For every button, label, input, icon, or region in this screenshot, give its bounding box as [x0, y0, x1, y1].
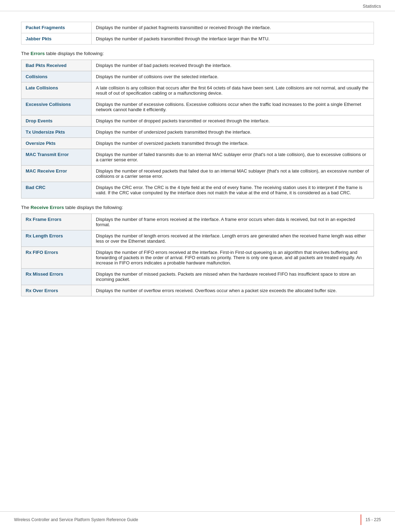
table-row: Drop EventsDisplays the number of droppe… [21, 115, 374, 127]
row-label: Bad CRC [21, 182, 92, 198]
errors-heading: The Errors table displays the following: [21, 51, 374, 56]
row-description: Displays the number of missed packets. P… [92, 269, 374, 285]
row-description: Displays the number of FIFO errors recei… [92, 247, 374, 269]
row-description: Displays the number of oversized packets… [92, 138, 374, 149]
row-description: A late collision is any collision that o… [92, 82, 374, 99]
row-label: MAC Transmit Error [21, 149, 92, 166]
header-title: Statistics [363, 4, 381, 9]
row-label: Drop Events [21, 115, 92, 127]
row-description: Displays the CRC error. The CRC is the 4… [92, 182, 374, 198]
footer-left: Wireless Controller and Service Platform… [14, 517, 138, 522]
row-description: Displays the number of frame errors rece… [92, 214, 374, 230]
top-table: Packet FragmentsDisplays the number of p… [21, 22, 374, 45]
receive-errors-table: Rx Frame ErrorsDisplays the number of fr… [21, 214, 374, 296]
receive-errors-heading: The Receive Errors table displays the fo… [21, 205, 374, 210]
row-description: Displays the number of packets transmitt… [92, 33, 374, 45]
row-description: Displays the number of overflow errors r… [92, 285, 374, 296]
table-row: Rx Length ErrorsDisplays the number of l… [21, 230, 374, 247]
row-description: Displays the number of received packets … [92, 166, 374, 182]
row-description: Displays the number of bad packets recei… [92, 60, 374, 71]
row-label: MAC Receive Error [21, 166, 92, 182]
row-label: Rx Missed Errors [21, 269, 92, 285]
row-label: Excessive Collisions [21, 99, 92, 115]
footer-divider [361, 514, 361, 525]
row-label: Jabber Pkts [21, 33, 92, 45]
row-description: Displays the number of collisions over t… [92, 71, 374, 82]
row-label: Packet Fragments [21, 22, 92, 33]
row-label: Rx FIFO Errors [21, 247, 92, 269]
table-row: Rx FIFO ErrorsDisplays the number of FIF… [21, 247, 374, 269]
table-row: Jabber PktsDisplays the number of packet… [21, 33, 374, 45]
footer-right: 15 - 225 [358, 514, 381, 525]
row-label: Tx Undersize Pkts [21, 127, 92, 138]
table-row: Rx Missed ErrorsDisplays the number of m… [21, 269, 374, 285]
table-row: Rx Over ErrorsDisplays the number of ove… [21, 285, 374, 296]
page-footer: Wireless Controller and Service Platform… [0, 511, 395, 525]
table-row: MAC Receive ErrorDisplays the number of … [21, 166, 374, 182]
row-description: Displays the number of dropped packets t… [92, 115, 374, 127]
row-label: Rx Length Errors [21, 230, 92, 247]
row-label: Bad Pkts Received [21, 60, 92, 71]
errors-table: Bad Pkts ReceivedDisplays the number of … [21, 60, 374, 198]
row-description: Displays the number of failed transmits … [92, 149, 374, 166]
row-description: Displays the number of undersized packet… [92, 127, 374, 138]
table-row: Bad CRCDisplays the CRC error. The CRC i… [21, 182, 374, 198]
row-description: Displays the number of packet fragments … [92, 22, 374, 33]
page-header: Statistics [0, 0, 395, 11]
table-row: CollisionsDisplays the number of collisi… [21, 71, 374, 82]
table-row: Excessive CollisionsDisplays the number … [21, 99, 374, 115]
row-label: Rx Frame Errors [21, 214, 92, 230]
row-label: Oversize Pkts [21, 138, 92, 149]
table-row: MAC Transmit ErrorDisplays the number of… [21, 149, 374, 166]
table-row: Rx Frame ErrorsDisplays the number of fr… [21, 214, 374, 230]
row-description: Displays the number of length errors rec… [92, 230, 374, 247]
table-row: Bad Pkts ReceivedDisplays the number of … [21, 60, 374, 71]
row-label: Late Collisions [21, 82, 92, 99]
row-label: Rx Over Errors [21, 285, 92, 296]
table-row: Packet FragmentsDisplays the number of p… [21, 22, 374, 33]
row-label: Collisions [21, 71, 92, 82]
table-row: Tx Undersize PktsDisplays the number of … [21, 127, 374, 138]
table-row: Oversize PktsDisplays the number of over… [21, 138, 374, 149]
row-description: Displays the number of excessive collisi… [92, 99, 374, 115]
table-row: Late CollisionsA late collision is any c… [21, 82, 374, 99]
